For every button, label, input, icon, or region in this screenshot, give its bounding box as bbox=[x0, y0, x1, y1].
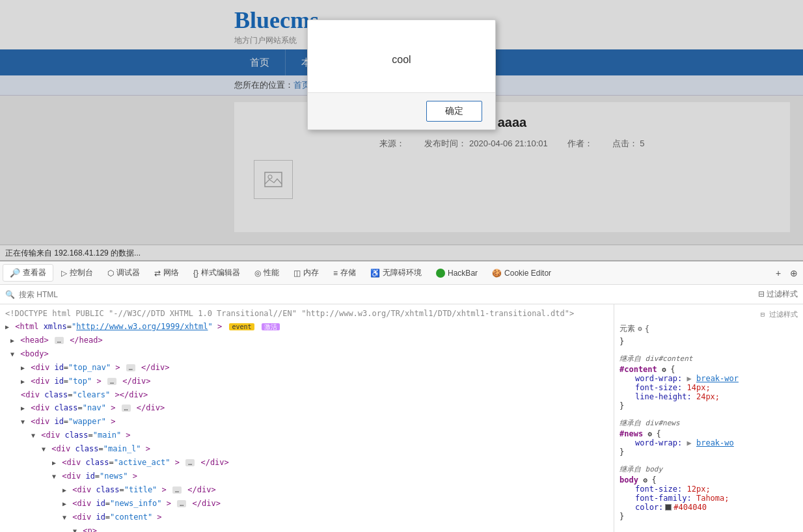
cookie-label: Cookie Editor bbox=[504, 269, 551, 278]
html-line-main[interactable]: ▼ <div class="main" > bbox=[0, 429, 614, 442]
style-icon: {} bbox=[193, 269, 198, 278]
devtools-network-tab[interactable]: ⇄ 网络 bbox=[148, 265, 185, 281]
css-news-close: } bbox=[619, 447, 798, 457]
network-icon: ⇄ bbox=[154, 269, 161, 278]
devtools-hackbar-tab[interactable]: HackBar bbox=[429, 266, 484, 280]
search-html-input[interactable] bbox=[19, 290, 758, 299]
memory-label: 内存 bbox=[303, 267, 319, 278]
html-line-top-nav[interactable]: ▶ <div id="top_nav" > … </div> bbox=[0, 361, 614, 375]
css-inherited-news-header: 继承自 div#news bbox=[619, 418, 798, 428]
css-body-selector-line: body ⚙ { bbox=[619, 475, 798, 485]
css-news-selector-line: #news ⚙ { bbox=[619, 429, 798, 438]
devtools-console-tab[interactable]: ▷ 控制台 bbox=[55, 265, 100, 281]
css-news-block: #news ⚙ { word-wrap: ▶ break-wo } bbox=[619, 429, 798, 457]
network-label: 网络 bbox=[163, 267, 179, 278]
dialog-message: cool bbox=[308, 20, 495, 93]
add-button[interactable]: + bbox=[772, 267, 785, 280]
css-panel: ⊟ 过滤样式 元素 ⚙ { } 继承自 div#content #content… bbox=[614, 304, 803, 532]
dialog-box: cool 确定 bbox=[307, 20, 496, 130]
html-line-doctype[interactable]: <!DOCTYPE html PUBLIC "-//W3C//DTD XHTML… bbox=[0, 307, 614, 320]
html-line-body[interactable]: ▼ <body> bbox=[0, 347, 614, 361]
html-line-active-act[interactable]: ▶ <div class="active_act" > … </div> bbox=[0, 456, 614, 470]
devtools-style-tab[interactable]: {} 样式编辑器 bbox=[187, 265, 247, 281]
search-actions: ⊟ 过滤样式 bbox=[758, 289, 798, 300]
filter-styles-label: ⊟ 过滤样式 bbox=[761, 310, 798, 319]
devtools-main: <!DOCTYPE html PUBLIC "-//W3C//DTD XHTML… bbox=[0, 304, 803, 532]
console-label: 控制台 bbox=[70, 267, 93, 278]
debugger-icon: ⬡ bbox=[107, 269, 114, 278]
css-content-prop-fontsize: font-size: 14px; bbox=[627, 383, 798, 392]
devtools-cookie-tab[interactable]: 🍪 Cookie Editor bbox=[485, 266, 558, 280]
filter-icon: ⊟ bbox=[758, 289, 765, 299]
html-line-clears[interactable]: <div class="clears" ></div> bbox=[0, 388, 614, 401]
html-line-top[interactable]: ▶ <div id="top" > … </div> bbox=[0, 375, 614, 388]
css-element-title: 元素 ⚙ { bbox=[619, 323, 798, 334]
hackbar-icon bbox=[436, 269, 445, 278]
memory-icon: ◫ bbox=[293, 269, 301, 278]
hackbar-label: HackBar bbox=[448, 269, 478, 278]
cookie-icon: 🍪 bbox=[492, 269, 502, 278]
html-line-content[interactable]: ▼ <div id="content" > bbox=[0, 511, 614, 524]
devtools-inspector-tab[interactable]: 🔎 查看器 bbox=[3, 264, 53, 282]
css-element-close: } bbox=[619, 337, 798, 346]
css-inherited-content-header: 继承自 div#content bbox=[619, 354, 798, 364]
html-line-main-l[interactable]: ▼ <div class="main_l" > bbox=[0, 442, 614, 456]
html-line-news[interactable]: ▼ <div id="news" > bbox=[0, 470, 614, 483]
storage-icon: ≡ bbox=[333, 269, 338, 278]
perf-icon: ◎ bbox=[254, 269, 261, 278]
debugger-label: 调试器 bbox=[116, 267, 140, 278]
css-inherited-body-header: 继承自 body bbox=[619, 464, 798, 474]
css-body-prop-color: color: #404040 bbox=[627, 503, 798, 512]
style-label: 样式编辑器 bbox=[201, 267, 240, 278]
inspector-label: 查看器 bbox=[23, 267, 46, 278]
storage-label: 存储 bbox=[340, 267, 356, 278]
css-filter-bar: ⊟ 过滤样式 bbox=[619, 310, 798, 319]
pick-button[interactable]: ⊕ bbox=[787, 267, 800, 280]
dialog-overlay: cool 确定 bbox=[0, 0, 803, 260]
css-content-selector-line: #content ⚙ { bbox=[619, 365, 798, 374]
devtools-search-bar: 🔍 ⊟ 过滤样式 bbox=[0, 285, 803, 304]
devtools-debugger-tab[interactable]: ⬡ 调试器 bbox=[101, 265, 146, 281]
html-line-news-info[interactable]: ▶ <div id="news_info" > … </div> bbox=[0, 497, 614, 511]
devtools-actions: + ⊕ bbox=[772, 267, 800, 280]
gear-icon: ⚙ bbox=[638, 325, 642, 333]
devtools-memory-tab[interactable]: ◫ 内存 bbox=[287, 265, 325, 281]
filter-label: 过滤样式 bbox=[767, 289, 798, 299]
gear-icon-news: ⚙ bbox=[647, 430, 656, 438]
css-body-prop-fontsize: font-size: 12px; bbox=[627, 485, 798, 494]
console-icon: ▷ bbox=[61, 269, 67, 278]
css-content-prop-wordwrap: word-wrap: ▶ break-wor bbox=[627, 374, 798, 383]
color-swatch[interactable] bbox=[665, 504, 672, 511]
devtools-accessibility-tab[interactable]: ♿ 无障碍环境 bbox=[364, 265, 428, 281]
dialog-button-area: 确定 bbox=[308, 93, 495, 129]
gear-icon-content: ⚙ bbox=[662, 366, 670, 374]
search-icon: 🔍 bbox=[5, 290, 15, 299]
accessibility-icon: ♿ bbox=[370, 269, 380, 278]
html-line-p[interactable]: ▼ <p> bbox=[0, 524, 614, 532]
css-element-block: 元素 ⚙ { } bbox=[619, 323, 798, 346]
main-page: Bluecms 地方门户网站系统 首页 本地新闻 分类信息 您所在的位置：首页 … bbox=[0, 0, 803, 260]
perf-label: 性能 bbox=[264, 267, 279, 278]
filter-styles-button[interactable]: ⊟ 过滤样式 bbox=[758, 289, 798, 300]
gear-icon-body: ⚙ bbox=[643, 476, 651, 485]
html-line-head[interactable]: ▶ <head> … </head> bbox=[0, 334, 614, 347]
inspector-icon: 🔎 bbox=[10, 268, 20, 278]
css-body-close: } bbox=[619, 512, 798, 521]
css-content-prop-lineheight: line-height: 24px; bbox=[627, 392, 798, 401]
css-body-block: body ⚙ { font-size: 12px; font-family: T… bbox=[619, 475, 798, 521]
html-panel[interactable]: <!DOCTYPE html PUBLIC "-//W3C//DTD XHTML… bbox=[0, 304, 614, 532]
confirm-button[interactable]: 确定 bbox=[426, 101, 482, 122]
devtools-performance-tab[interactable]: ◎ 性能 bbox=[248, 265, 286, 281]
html-line-html[interactable]: ▶ <html xmlns="http://www.w3.org/1999/xh… bbox=[0, 320, 614, 334]
devtools-panel: 🔎 查看器 ▷ 控制台 ⬡ 调试器 ⇄ 网络 {} 样式编辑器 ◎ 性能 ◫ 内… bbox=[0, 260, 803, 532]
accessibility-label: 无障碍环境 bbox=[383, 267, 422, 278]
css-content-close: } bbox=[619, 401, 798, 410]
html-line-wapper[interactable]: ▼ <div id="wapper" > bbox=[0, 415, 614, 429]
css-news-prop-wordwrap: word-wrap: ▶ break-wo bbox=[627, 438, 798, 447]
html-line-title[interactable]: ▶ <div class="title" > … </div> bbox=[0, 483, 614, 497]
devtools-toolbar: 🔎 查看器 ▷ 控制台 ⬡ 调试器 ⇄ 网络 {} 样式编辑器 ◎ 性能 ◫ 内… bbox=[0, 261, 803, 285]
css-body-prop-fontfamily: font-family: Tahoma; bbox=[627, 494, 798, 503]
css-content-block: #content ⚙ { word-wrap: ▶ break-wor font… bbox=[619, 365, 798, 410]
html-line-nav[interactable]: ▶ <div class="nav" > … </div> bbox=[0, 401, 614, 415]
devtools-storage-tab[interactable]: ≡ 存储 bbox=[327, 265, 362, 281]
